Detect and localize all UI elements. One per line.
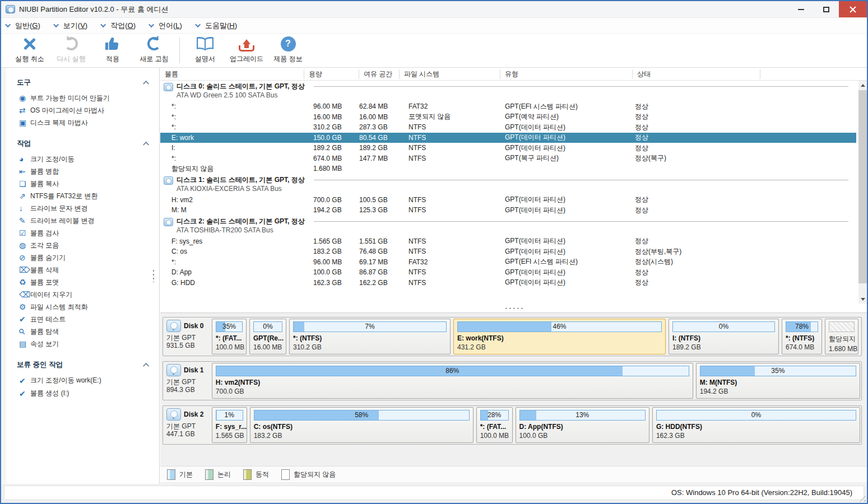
column-header-type[interactable]: 유형 (500, 69, 633, 79)
partition-block[interactable]: 78% *: (NTFS) 674.0 MB (782, 319, 822, 354)
disk0-label[interactable]: Disk 0 기본 GPT 931.5 GB (164, 319, 209, 354)
partition-block[interactable]: 0% G: HDD(NTFS) 162.3 GB (652, 407, 860, 443)
table-row[interactable]: *:310.2 GB287.3 GBNTFSGPT(데이터 파티션)정상 (160, 122, 856, 133)
disk1-label[interactable]: Disk 1 기본 GPT 894.3 GB (164, 363, 209, 399)
maximize-button[interactable] (814, 1, 839, 17)
usage-bar: 0% (253, 321, 282, 332)
usage-bar: 58% (254, 410, 470, 421)
pending-op-create-volume[interactable]: 볼륨 생성 (I:) (1, 387, 159, 400)
table-row[interactable]: H: vm2700.0 GB100.5 GBNTFSGPT(데이터 파티션)정상 (160, 195, 856, 206)
column-header-volume[interactable]: 볼륨 (160, 69, 304, 79)
sidebar-item-merge-volume[interactable]: 볼륨 병합 (1, 165, 159, 178)
disk0-group-header[interactable]: 디스크 0: 솔리드 스테이트, 기본 GPT, 정상 ATA WD Green… (160, 81, 856, 101)
table-row[interactable]: D: App100.0 GB86.87 GBNTFSGPT(데이터 파티션)정상 (160, 267, 856, 278)
sidebar-item-copy-volume[interactable]: 볼륨 복사 (1, 178, 159, 190)
sidebar-item-os-migration[interactable]: OS 마이그레이션 마법사 (1, 104, 159, 116)
partition-block[interactable]: 7% *: (NTFS) 310.2 GB (289, 319, 451, 354)
scrollbar-thumb[interactable] (858, 90, 867, 283)
sidebar-item-wipe-data[interactable]: 데이터 지우기 (1, 288, 159, 301)
menu-language[interactable]: 언어(L) (150, 21, 182, 31)
disk-icon (164, 176, 173, 185)
table-row[interactable]: M: M194.2 GB125.3 GBNTFSGPT(데이터 파티션)정상 (160, 205, 856, 216)
sidebar-item-explore-volume[interactable]: 볼륨 탐색 (1, 325, 159, 338)
sidebar-item-properties[interactable]: 속성 보기 (1, 338, 159, 350)
sidebar-item-delete-volume[interactable]: 볼륨 삭제 (1, 264, 159, 276)
table-row[interactable]: *:16.00 MB16.00 MB포맷되지 않음GPT(예약 파티션)정상 (160, 112, 856, 123)
apply-button[interactable]: 적용 (92, 35, 133, 66)
menu-help[interactable]: 도움말(H) (197, 21, 237, 31)
partition-block[interactable]: 35% *: (FAT... 100.0 MB (212, 319, 247, 354)
properties-icon (19, 339, 30, 348)
sidebar-item-change-label[interactable]: 드라이브 레이블 변경 (1, 214, 159, 227)
sidebar-item-resize-move[interactable]: 크기 조정/이동 (1, 153, 159, 165)
partition-block[interactable]: 0% I: (NTFS) 189.2 GB (669, 319, 779, 354)
partition-block[interactable]: 28% *: (FAT... 100.0 MB (476, 407, 513, 443)
section-operations[interactable]: 작업 (17, 139, 149, 148)
sidebar-item-optimize-fs[interactable]: 파일 시스템 최적화 (1, 301, 159, 313)
sidebar-splitter-handle[interactable] (152, 269, 155, 282)
table-row-selected[interactable]: E: work150.0 GB80.54 GBNTFSGPT(데이터 파티션)정… (160, 133, 856, 143)
menu-general[interactable]: 일반(G) (7, 21, 40, 31)
table-row[interactable]: *:96.00 MB69.17 MBFAT32GPT(EFI 시스템 파티션)정… (160, 257, 856, 268)
table-row[interactable]: 할당되지 않음1.680 MB (160, 164, 856, 174)
sidebar-item-defrag[interactable]: 조각 모음 (1, 239, 159, 251)
column-header-free-space[interactable]: 여유 공간 (359, 69, 400, 79)
legend-item-dynamic: 동적 (243, 469, 269, 480)
unallocated-block[interactable]: 할당되지 ... 1.680 MB (825, 319, 858, 354)
disk2-label[interactable]: Disk 2 기본 GPT 447.1 GB (164, 407, 209, 443)
menu-operations[interactable]: 작업(O) (102, 21, 136, 31)
table-row[interactable]: C: os183.2 GB76.48 GBNTFSGPT(데이터 파티션)정상(… (160, 246, 856, 257)
manual-button[interactable]: 설명서 (184, 35, 226, 66)
column-header-status[interactable]: 상태 (633, 69, 760, 79)
partition-block[interactable]: 35% M: M(NTFS) 194.2 GB (696, 363, 860, 399)
sidebar-item-hide-volume[interactable]: 볼륨 숨기기 (1, 251, 159, 264)
table-row[interactable]: *:674.0 MB147.7 MBNTFSGPT(복구 파티션)정상(복구) (160, 153, 856, 164)
scroll-up-button[interactable] (858, 81, 867, 90)
menu-bar: 일반(G) 보기(V) 작업(O) 언어(L) 도움말(H) (1, 18, 867, 34)
table-row[interactable]: *:96.00 MB62.84 MBFAT32GPT(EFI 시스템 파티션)정… (160, 101, 856, 112)
menu-view[interactable]: 보기(V) (55, 21, 87, 31)
usage-bar: 13% (519, 410, 646, 421)
os-migration-icon (19, 106, 30, 115)
sidebar-item-disk-clone[interactable]: 디스크 복제 마법사 (1, 116, 159, 129)
table-row[interactable]: F: sys_res1.565 GB1.551 GBNTFSGPT(데이터 파티… (160, 236, 856, 247)
manual-book-icon (196, 35, 215, 53)
horizontal-splitter[interactable] (160, 304, 867, 312)
legend-item-logical: 논리 (205, 469, 231, 480)
defrag-icon (19, 241, 30, 250)
legend-item-primary: 기본 (167, 469, 193, 480)
column-header-file-system[interactable]: 파일 시스템 (400, 69, 500, 79)
redo-button[interactable]: 다시 실행 (50, 35, 92, 66)
sidebar-item-surface-test[interactable]: 표면 테스트 (1, 313, 159, 325)
partition-block-selected[interactable]: 46% E: work(NTFS) 431.2 GB (453, 319, 666, 354)
disk1-strip: Disk 1 기본 GPT 894.3 GB 86% H: vm2(NTFS) … (163, 361, 862, 400)
refresh-icon (147, 37, 161, 50)
partition-block[interactable]: 86% H: vm2(NTFS) 700.0 GB (212, 363, 693, 399)
disk1-group-header[interactable]: 디스크 1: 솔리드 스테이트, 기본 GPT, 정상 ATA KIOXIA-E… (160, 174, 856, 195)
sidebar-item-convert-ntfs[interactable]: NTFS를 FAT32로 변환 (1, 190, 159, 202)
sidebar-item-format-volume[interactable]: 볼륨 포맷 (1, 276, 159, 288)
table-scrollbar[interactable] (858, 81, 867, 304)
undo-button[interactable]: 실행 취소 (9, 35, 50, 66)
partition-block[interactable]: 58% C: os(NTFS) 183.2 GB (250, 407, 474, 443)
sidebar-item-bootable-media[interactable]: 부트 가능한 미디어 만들기 (1, 92, 159, 104)
close-button[interactable] (839, 1, 867, 17)
refresh-button[interactable]: 새로 고침 (133, 35, 175, 66)
chevron-up-icon (143, 362, 149, 368)
disk2-group-header[interactable]: 디스크 2: 솔리드 스테이트, 기본 GPT, 정상 ATA TOSHIBA-… (160, 216, 856, 236)
sidebar-item-check-volume[interactable]: 볼륨 검사 (1, 227, 159, 239)
partition-block[interactable]: 1% F: sys_r... 1.565 GB (212, 407, 247, 443)
table-row[interactable]: G: HDD162.3 GB162.2 GBNTFSGPT(데이터 파티션)정상 (160, 278, 856, 288)
column-header-capacity[interactable]: 용량 (304, 69, 359, 79)
minimize-button[interactable] (788, 1, 814, 17)
section-tools[interactable]: 도구 (17, 78, 149, 87)
upgrade-button[interactable]: 업그레이드 (226, 35, 267, 66)
sidebar-item-change-drive-letter[interactable]: 드라이브 문자 변경 (1, 202, 159, 214)
partition-block[interactable]: 13% D: App(NTFS) 100.0 GB (516, 407, 649, 443)
pending-op-resize-move[interactable]: 크기 조정/이동 work(E:) (1, 374, 159, 387)
product-info-button[interactable]: 제품 정보 (267, 35, 309, 66)
partition-block[interactable]: 0% GPT(Re... 16.00 MB (249, 319, 286, 354)
scroll-down-button[interactable] (858, 295, 867, 304)
table-row[interactable]: I:189.2 GB189.2 GBNTFSGPT(데이터 파티션)정상 (160, 143, 856, 153)
section-pending-operations[interactable]: 보류 중인 작업 (17, 360, 149, 370)
